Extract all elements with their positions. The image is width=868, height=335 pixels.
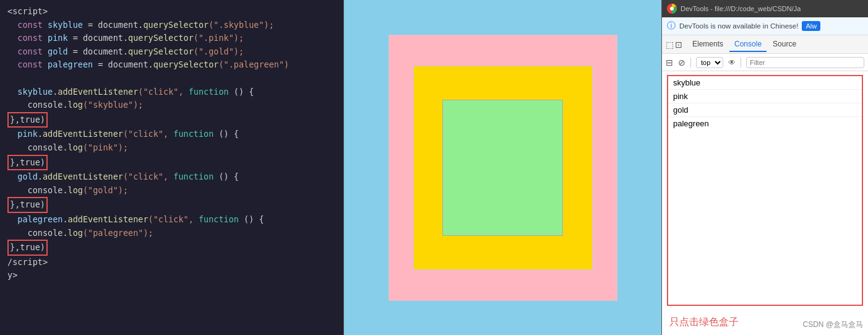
code-line: skyblue.addEventListener("click", functi…	[7, 85, 336, 99]
device-icon[interactable]: ⊡	[675, 40, 682, 50]
code-line-highlight-4: },true)	[7, 240, 336, 256]
tab-console[interactable]: Console	[729, 37, 767, 52]
code-line: palegreen.addEventListener("click", func…	[7, 213, 336, 227]
code-panel: <script> const skyblue = document.queryS…	[0, 0, 343, 335]
info-icon: ⓘ	[667, 20, 676, 32]
annotation-text: 只点击绿色盒子	[669, 316, 739, 329]
devtools-toolbar: ⊟ ⊘ top 👁	[662, 54, 868, 71]
code-line: console.log("gold");	[7, 184, 336, 198]
code-line: /script>	[7, 256, 336, 269]
code-line-highlight-2: },true)	[7, 155, 336, 171]
code-line: console.log("palegreen");	[7, 227, 336, 240]
code-line: const skyblue = document.querySelector("…	[7, 19, 336, 32]
tab-sources[interactable]: Source	[768, 37, 801, 52]
tab-elements[interactable]: Elements	[687, 37, 728, 52]
devtools-title: DevTools - file:///D:/code_web/CSDN/Ja	[681, 5, 801, 12]
devtools-titlebar: DevTools - file:///D:/code_web/CSDN/Ja	[662, 0, 868, 17]
filter-input[interactable]	[746, 57, 864, 68]
devtools-info-bar: ⓘ DevTools is now available in Chinese! …	[662, 17, 868, 35]
code-line-highlight-3: },true)	[7, 197, 336, 213]
watermark: CSDN @盒马盒马	[802, 320, 863, 330]
code-line: <script>	[7, 5, 336, 19]
console-line-skyblue: skyblue	[668, 76, 862, 90]
code-line: console.log("skyblue");	[7, 98, 336, 112]
code-line: gold.addEventListener("click", function …	[7, 170, 336, 184]
code-line: console.log("pink");	[7, 141, 336, 155]
code-line: y>	[7, 269, 336, 282]
eye-icon[interactable]: 👁	[728, 58, 736, 67]
devtools-panel: DevTools - file:///D:/code_web/CSDN/Ja ⓘ…	[662, 0, 868, 335]
console-line-gold: gold	[668, 103, 862, 117]
toolbar-separator-2	[741, 58, 741, 67]
console-output: skyblue pink gold palegreen	[667, 75, 863, 306]
console-line-pink: pink	[668, 90, 862, 103]
context-selector[interactable]: top	[696, 57, 723, 68]
box-gold[interactable]	[413, 66, 593, 270]
code-line: const pink = document.querySelector(".pi…	[7, 32, 336, 45]
code-line-highlight-1: },true)	[7, 112, 336, 128]
code-line: pink.addEventListener("click", function …	[7, 128, 336, 141]
sidebar-toggle-icon[interactable]: ⊟	[666, 58, 673, 67]
toolbar-icons-group: ⬚ ⊡	[666, 40, 682, 50]
code-line: const gold = document.querySelector(".go…	[7, 45, 336, 59]
box-palegreen[interactable]	[442, 100, 563, 236]
demo-panel	[343, 0, 662, 335]
devtools-info-text: DevTools is now available in Chinese!	[679, 22, 798, 30]
console-line-palegreen: palegreen	[668, 117, 862, 130]
devtools-tabs: ⬚ ⊡ Elements Console Source	[662, 35, 868, 54]
inspect-icon[interactable]: ⬚	[666, 40, 674, 50]
box-pink[interactable]	[389, 35, 617, 301]
svg-point-1	[670, 7, 674, 11]
chrome-logo-icon	[667, 4, 677, 14]
toolbar-separator	[690, 58, 691, 67]
code-line: const palegreen = document.querySelector…	[7, 58, 336, 72]
code-line	[7, 72, 336, 85]
clear-console-icon[interactable]: ⊘	[678, 58, 685, 67]
devtools-alw-button[interactable]: Alw	[802, 21, 820, 31]
